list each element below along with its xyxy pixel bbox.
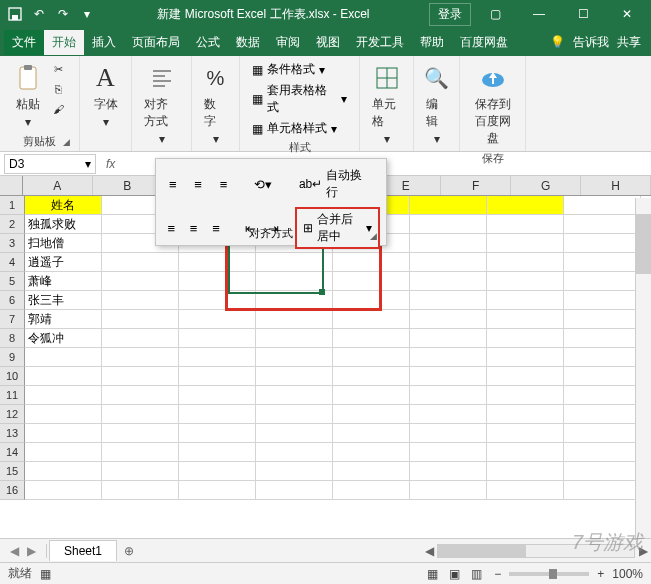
cell[interactable]: [564, 443, 641, 462]
cell[interactable]: [102, 329, 179, 348]
zoom-slider[interactable]: [509, 572, 589, 576]
cell[interactable]: [487, 462, 564, 481]
row-header[interactable]: 12: [0, 405, 25, 424]
redo-icon[interactable]: ↷: [52, 3, 74, 25]
cell[interactable]: [564, 405, 641, 424]
row-header[interactable]: 4: [0, 253, 25, 272]
cell[interactable]: [179, 348, 256, 367]
cell[interactable]: [564, 462, 641, 481]
cell[interactable]: [333, 462, 410, 481]
cell[interactable]: [410, 253, 487, 272]
cell[interactable]: [333, 253, 410, 272]
col-header[interactable]: B: [93, 176, 163, 195]
sheet-prev-icon[interactable]: ◀: [6, 544, 23, 558]
cell[interactable]: [487, 424, 564, 443]
view-normal-icon[interactable]: ▦: [423, 567, 442, 581]
cell[interactable]: [102, 462, 179, 481]
row-header[interactable]: 10: [0, 367, 25, 386]
cell[interactable]: [564, 310, 641, 329]
cell[interactable]: [256, 443, 333, 462]
tab-formula[interactable]: 公式: [188, 30, 228, 55]
cell[interactable]: [179, 386, 256, 405]
cell[interactable]: [564, 481, 641, 500]
cell[interactable]: [410, 310, 487, 329]
cell[interactable]: [410, 234, 487, 253]
row-header[interactable]: 2: [0, 215, 25, 234]
cell[interactable]: [333, 443, 410, 462]
tab-home[interactable]: 开始: [44, 30, 84, 55]
cell[interactable]: [333, 386, 410, 405]
cell[interactable]: [487, 329, 564, 348]
cell[interactable]: [564, 424, 641, 443]
row-header[interactable]: 8: [0, 329, 25, 348]
copy-icon[interactable]: ⎘: [48, 80, 68, 98]
cell[interactable]: [179, 405, 256, 424]
tab-review[interactable]: 审阅: [268, 30, 308, 55]
cell[interactable]: [410, 443, 487, 462]
cell[interactable]: [564, 291, 641, 310]
cell[interactable]: [256, 367, 333, 386]
cell[interactable]: [333, 405, 410, 424]
cell[interactable]: [25, 424, 102, 443]
cell[interactable]: 郭靖: [25, 310, 102, 329]
col-header[interactable]: F: [441, 176, 511, 195]
conditional-format-button[interactable]: ▦条件格式 ▾: [248, 60, 351, 79]
paste-button[interactable]: 粘贴▾: [8, 60, 48, 131]
cell[interactable]: [333, 272, 410, 291]
cell[interactable]: [487, 272, 564, 291]
cell[interactable]: [102, 405, 179, 424]
save-baidu-button[interactable]: 保存到 百度网盘: [468, 60, 517, 149]
row-header[interactable]: 1: [0, 196, 25, 215]
cell[interactable]: [25, 481, 102, 500]
sheet-next-icon[interactable]: ▶: [23, 544, 40, 558]
cell[interactable]: [25, 348, 102, 367]
cell[interactable]: [256, 291, 333, 310]
orientation-icon[interactable]: ⟲▾: [252, 173, 273, 195]
cell[interactable]: [179, 481, 256, 500]
format-painter-icon[interactable]: 🖌: [48, 100, 68, 118]
cell[interactable]: 萧峰: [25, 272, 102, 291]
cell[interactable]: [410, 462, 487, 481]
cell[interactable]: 逍遥子: [25, 253, 102, 272]
row-header[interactable]: 6: [0, 291, 25, 310]
tab-help[interactable]: 帮助: [412, 30, 452, 55]
cell[interactable]: [487, 291, 564, 310]
align-top-icon[interactable]: ≡: [162, 173, 183, 195]
cell-style-button[interactable]: ▦单元格样式 ▾: [248, 119, 351, 138]
tab-insert[interactable]: 插入: [84, 30, 124, 55]
cell[interactable]: [487, 443, 564, 462]
close-icon[interactable]: ✕: [607, 0, 647, 28]
cell[interactable]: [487, 310, 564, 329]
name-box[interactable]: D3▾: [4, 154, 96, 174]
cell[interactable]: 张三丰: [25, 291, 102, 310]
cell[interactable]: [487, 386, 564, 405]
qat-dropdown-icon[interactable]: ▾: [76, 3, 98, 25]
cell[interactable]: [256, 253, 333, 272]
cell[interactable]: [102, 481, 179, 500]
tell-me-icon[interactable]: 💡: [550, 35, 565, 49]
cell[interactable]: [25, 367, 102, 386]
vertical-scrollbar[interactable]: [635, 198, 651, 538]
zoom-in-icon[interactable]: +: [597, 567, 604, 581]
alignment-launcher-icon[interactable]: ◢: [370, 231, 382, 243]
cell[interactable]: [25, 386, 102, 405]
cell[interactable]: [333, 310, 410, 329]
cell[interactable]: [102, 348, 179, 367]
cell[interactable]: [102, 272, 179, 291]
save-icon[interactable]: [4, 3, 26, 25]
horizontal-scrollbar[interactable]: ◀▶: [421, 542, 651, 560]
cell[interactable]: [564, 272, 641, 291]
col-header[interactable]: A: [23, 176, 93, 195]
cell[interactable]: [179, 310, 256, 329]
cell[interactable]: 扫地僧: [25, 234, 102, 253]
select-all[interactable]: [0, 176, 23, 195]
cell[interactable]: [256, 405, 333, 424]
cell[interactable]: [333, 329, 410, 348]
cell[interactable]: [487, 348, 564, 367]
tab-baidu[interactable]: 百度网盘: [452, 30, 516, 55]
number-format-button[interactable]: % 数字▾: [200, 60, 231, 148]
tab-data[interactable]: 数据: [228, 30, 268, 55]
cell[interactable]: [256, 272, 333, 291]
cell[interactable]: [410, 424, 487, 443]
cell[interactable]: [256, 386, 333, 405]
